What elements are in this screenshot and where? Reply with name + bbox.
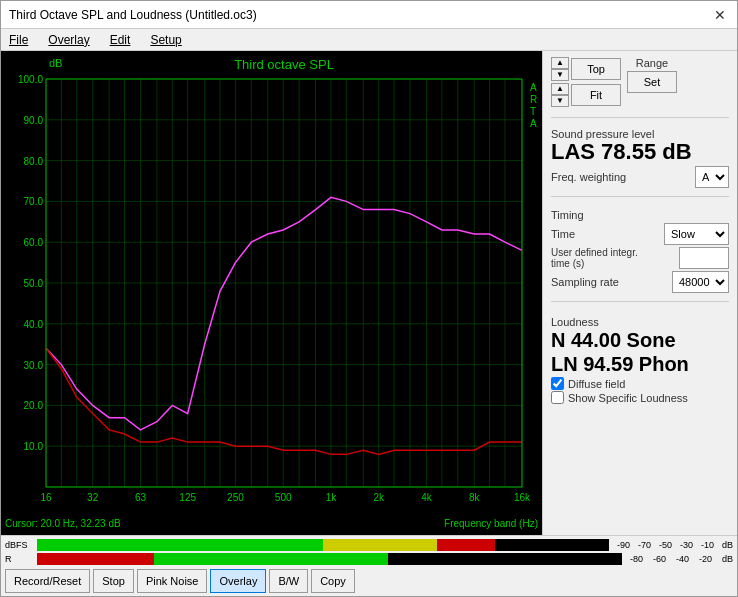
level-R-seg2	[84, 553, 154, 565]
bw-button[interactable]: B/W	[269, 569, 308, 593]
n-value: N 44.00 Sone	[551, 328, 729, 352]
ln-value: LN 94.59 Phon	[551, 352, 729, 376]
overlay-button[interactable]: Overlay	[210, 569, 266, 593]
level-L-seg3	[209, 539, 323, 551]
top-button[interactable]: Top	[571, 58, 621, 80]
diffuse-field-row: Diffuse field	[551, 377, 729, 390]
tick-R-1: -80	[630, 554, 643, 564]
time-label: Time	[551, 228, 575, 240]
copy-button[interactable]: Copy	[311, 569, 355, 593]
fit-down-btn[interactable]: ▼	[551, 95, 569, 107]
level-R-label: R	[5, 554, 33, 564]
tick-R-3: -40	[676, 554, 689, 564]
divider-1	[551, 117, 729, 118]
level-R-seg4	[271, 553, 388, 565]
menu-overlay[interactable]: Overlay	[44, 32, 93, 48]
action-buttons: Record/Reset Stop Pink Noise Overlay B/W…	[5, 569, 733, 593]
level-R-row: R -80 -60 -40 -20 dB	[5, 553, 733, 565]
level-L-seg2	[94, 539, 208, 551]
spl-value: LAS 78.55 dB	[551, 140, 729, 164]
spl-chart	[1, 51, 542, 517]
loudness-section: Loudness N 44.00 Sone LN 94.59 Phon Diff…	[551, 312, 729, 405]
chart-section: Cursor: 20.0 Hz, 32.23 dB Frequency band…	[1, 51, 542, 535]
menu-bar: File Overlay Edit Setup	[1, 29, 737, 51]
sampling-rate-row: Sampling rate 48000 44100 96000	[551, 271, 729, 293]
level-L-bar	[37, 539, 609, 551]
menu-setup[interactable]: Setup	[146, 32, 185, 48]
sampling-rate-label: Sampling rate	[551, 276, 619, 288]
freq-weighting-label: Freq. weighting	[551, 171, 626, 183]
menu-edit[interactable]: Edit	[106, 32, 135, 48]
pink-noise-button[interactable]: Pink Noise	[137, 569, 208, 593]
diffuse-field-label: Diffuse field	[568, 378, 625, 390]
spl-section: Sound pressure level LAS 78.55 dB Freq. …	[551, 124, 729, 190]
show-specific-label: Show Specific Loudness	[568, 392, 688, 404]
tick-L-db: dB	[722, 540, 733, 550]
window-title: Third Octave SPL and Loudness (Untitled.…	[9, 8, 257, 22]
content-area: Cursor: 20.0 Hz, 32.23 dB Frequency band…	[1, 51, 737, 535]
loudness-section-label: Loudness	[551, 316, 729, 328]
tick-L-2: -70	[638, 540, 651, 550]
timing-section-label: Timing	[551, 209, 729, 221]
top-up-btn[interactable]: ▲	[551, 57, 569, 69]
fit-button[interactable]: Fit	[571, 84, 621, 106]
tick-L-3: -50	[659, 540, 672, 550]
tick-R-2: -60	[653, 554, 666, 564]
level-R-empty	[388, 553, 622, 565]
show-specific-row: Show Specific Loudness	[551, 391, 729, 404]
freq-weighting-select[interactable]: A C Z	[695, 166, 729, 188]
top-range-controls: ▲ ▼ Top ▲ ▼ Fit Range	[551, 57, 729, 107]
divider-3	[551, 301, 729, 302]
level-L-seg4	[323, 539, 437, 551]
freq-band-label: Frequency band (Hz)	[444, 518, 538, 529]
range-label: Range	[636, 57, 668, 69]
show-specific-checkbox[interactable]	[551, 391, 564, 404]
right-panel: ▲ ▼ Top ▲ ▼ Fit Range	[542, 51, 737, 535]
record-reset-button[interactable]: Record/Reset	[5, 569, 90, 593]
level-L-ticks: -90 -70 -50 -30 -10 dB	[617, 540, 733, 550]
user-defined-row: User defined integr. time (s) 10	[551, 247, 729, 269]
level-R-bar	[37, 553, 622, 565]
divider-2	[551, 196, 729, 197]
user-defined-input[interactable]: 10	[679, 247, 729, 269]
close-button[interactable]: ✕	[711, 6, 729, 24]
level-R-seg3	[154, 553, 271, 565]
tick-L-1: -90	[617, 540, 630, 550]
level-L-row: dBFS -90 -70 -50 -30 -10 dB	[5, 539, 733, 551]
title-bar: Third Octave SPL and Loudness (Untitled.…	[1, 1, 737, 29]
level-R-seg1	[37, 553, 84, 565]
top-down-btn[interactable]: ▼	[551, 69, 569, 81]
level-L-label: dBFS	[5, 540, 33, 550]
main-window: Third Octave SPL and Loudness (Untitled.…	[0, 0, 738, 597]
tick-R-db: dB	[722, 554, 733, 564]
tick-L-4: -30	[680, 540, 693, 550]
tick-L-5: -10	[701, 540, 714, 550]
user-defined-label: User defined integr. time (s)	[551, 247, 651, 269]
timing-section: Timing Time Slow Fast Impulse User defin…	[551, 205, 729, 295]
freq-weighting-row: Freq. weighting A C Z	[551, 166, 729, 188]
tick-R-4: -20	[699, 554, 712, 564]
diffuse-field-checkbox[interactable]	[551, 377, 564, 390]
cursor-text: Cursor: 20.0 Hz, 32.23 dB	[5, 518, 121, 529]
fit-up-btn[interactable]: ▲	[551, 83, 569, 95]
level-L-seg5	[437, 539, 494, 551]
time-select[interactable]: Slow Fast Impulse	[664, 223, 729, 245]
bottom-bar: dBFS -90 -70 -50 -30 -10 dB R	[1, 535, 737, 596]
sampling-rate-select[interactable]: 48000 44100 96000	[672, 271, 729, 293]
set-button[interactable]: Set	[627, 71, 677, 93]
level-L-empty	[495, 539, 609, 551]
level-L-seg1	[37, 539, 94, 551]
time-row: Time Slow Fast Impulse	[551, 223, 729, 245]
menu-file[interactable]: File	[5, 32, 32, 48]
level-R-ticks: -80 -60 -40 -20 dB	[630, 554, 733, 564]
stop-button[interactable]: Stop	[93, 569, 134, 593]
